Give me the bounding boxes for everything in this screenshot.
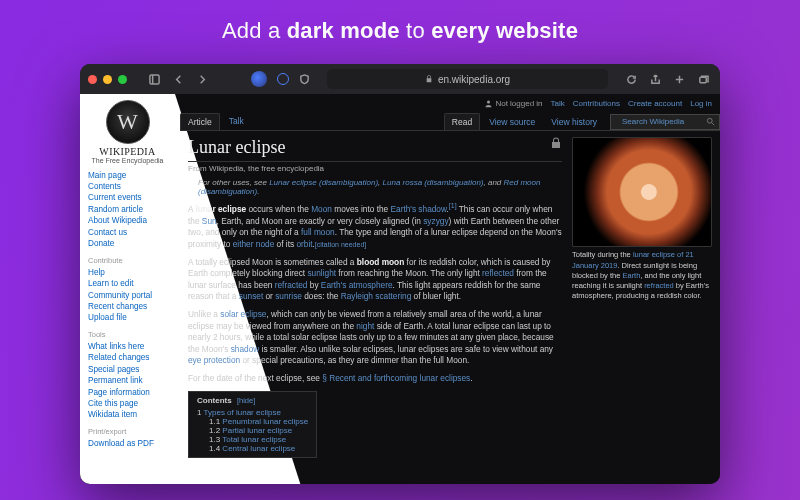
tab-view-history[interactable]: View history xyxy=(544,114,604,130)
sidebar-link[interactable]: Current events xyxy=(88,193,167,204)
reference-link[interactable]: [1] xyxy=(449,202,457,209)
wikilink[interactable]: Earth's shadow xyxy=(391,204,447,214)
hatnote: For other uses, see Lunar eclipse (disam… xyxy=(188,178,562,196)
wikilink[interactable]: eye protection xyxy=(188,355,240,365)
wikilink[interactable]: Sun xyxy=(202,216,217,226)
sidebar-link[interactable]: Special pages xyxy=(88,364,167,375)
sidebar-toggle-button[interactable] xyxy=(145,70,163,88)
tab-read[interactable]: Read xyxy=(444,113,480,130)
wikilink[interactable]: Rayleigh scattering xyxy=(341,291,412,301)
protection-lock-icon[interactable] xyxy=(550,137,562,149)
wikilink[interactable]: refracted xyxy=(275,280,308,290)
toc-box: Contents [hide] 1 Types of lunar eclipse… xyxy=(188,391,317,458)
sidebar-link[interactable]: Main page xyxy=(88,170,167,181)
create-account-link[interactable]: Create account xyxy=(628,99,682,108)
close-window-icon[interactable] xyxy=(88,75,97,84)
wiki-content: Not logged in Talk Contributions Create … xyxy=(180,94,720,484)
wikilink[interactable]: § Recent and forthcoming lunar eclipses xyxy=(322,373,470,383)
sidebar-link[interactable]: Cite this page xyxy=(88,398,167,409)
contributions-link[interactable]: Contributions xyxy=(573,99,620,108)
sidebar-heading: Contribute xyxy=(88,256,167,265)
wikilink[interactable]: sunlight xyxy=(307,268,336,278)
svg-rect-4 xyxy=(699,77,705,83)
infobox-image[interactable] xyxy=(572,137,712,247)
wiki-sidebar: WIKIPEDIA The Free Encyclopedia Main pag… xyxy=(80,94,175,484)
back-button[interactable] xyxy=(169,70,187,88)
wikilink[interactable]: either node xyxy=(233,239,275,249)
svg-rect-0 xyxy=(149,74,158,83)
tab-view-source[interactable]: View source xyxy=(482,114,542,130)
wikilink[interactable]: orbit xyxy=(296,239,312,249)
toc-toggle[interactable]: [hide] xyxy=(237,396,255,405)
toc-link[interactable]: Penumbral lunar eclipse xyxy=(222,417,308,426)
address-bar[interactable]: en.wikipedia.org xyxy=(327,69,608,89)
shield-icon[interactable] xyxy=(295,70,313,88)
wikilink[interactable]: full moon xyxy=(301,227,335,237)
sidebar-link[interactable]: Wikidata item xyxy=(88,410,167,421)
hatnote-link[interactable]: Luna rossa (disambiguation) xyxy=(383,178,484,187)
maximize-window-icon[interactable] xyxy=(118,75,127,84)
reload-button[interactable] xyxy=(622,70,640,88)
extension-icon[interactable] xyxy=(251,71,267,87)
sidebar-link[interactable]: Upload file xyxy=(88,313,167,324)
wikilink[interactable]: Moon xyxy=(311,204,332,214)
sidebar-heading: Tools xyxy=(88,330,167,339)
infobox: Totality during the lunar eclipse of 21 … xyxy=(572,137,712,457)
sidebar-link[interactable]: Random article xyxy=(88,204,167,215)
article-paragraph: A lunar eclipse occurs when the Moon mov… xyxy=(188,201,562,250)
toc-link[interactable]: Total lunar eclipse xyxy=(222,435,286,444)
wikilink[interactable]: sunset xyxy=(239,291,263,301)
sidebar-link[interactable]: About Wikipedia xyxy=(88,216,167,227)
user-icon xyxy=(484,99,493,108)
toc-link[interactable]: Partial lunar eclipse xyxy=(222,426,292,435)
personal-tools: Not logged in Talk Contributions Create … xyxy=(180,94,720,113)
wikilink[interactable]: night xyxy=(356,321,374,331)
infobox-caption: Totality during the lunar eclipse of 21 … xyxy=(572,250,712,301)
wiki-logo[interactable]: WIKIPEDIA The Free Encyclopedia xyxy=(88,100,167,164)
svg-point-5 xyxy=(707,119,712,124)
wikilink[interactable]: solar eclipse xyxy=(220,309,266,319)
sidebar-link[interactable]: Contents xyxy=(88,181,167,192)
sidebar-link[interactable]: Recent changes xyxy=(88,301,167,312)
login-link[interactable]: Log in xyxy=(690,99,712,108)
wikilink[interactable]: reflected xyxy=(482,268,514,278)
talk-link[interactable]: Talk xyxy=(551,99,565,108)
sidebar-link[interactable]: Page information xyxy=(88,387,167,398)
wikilink[interactable]: Earth's atmosphere xyxy=(321,280,393,290)
sidebar-link[interactable]: What links here xyxy=(88,341,167,352)
article-paragraph: For the date of the next eclipse, see § … xyxy=(188,373,562,385)
tab-talk[interactable]: Talk xyxy=(222,113,251,130)
article-subtitle: From Wikipedia, the free encyclopedia xyxy=(188,164,562,173)
sidebar-heading: Print/export xyxy=(88,427,167,436)
wikilink[interactable]: syzygy xyxy=(423,216,448,226)
sidebar-link[interactable]: Learn to edit xyxy=(88,279,167,290)
minimize-window-icon[interactable] xyxy=(103,75,112,84)
search-input[interactable]: Search Wikipedia xyxy=(610,114,720,130)
toc-link[interactable]: Types of lunar eclipse xyxy=(204,408,281,417)
sidebar-link[interactable]: Permanent link xyxy=(88,376,167,387)
toc-link[interactable]: Central lunar eclipse xyxy=(222,444,295,453)
not-logged-in-label: Not logged in xyxy=(495,99,542,108)
new-tab-button[interactable] xyxy=(670,70,688,88)
svg-line-6 xyxy=(712,123,715,126)
hatnote-link[interactable]: Lunar eclipse (disambiguation) xyxy=(269,178,378,187)
sidebar-link[interactable]: Related changes xyxy=(88,353,167,364)
promo-headline: Add a dark mode to every website xyxy=(0,0,800,44)
sidebar-link[interactable]: Community portal xyxy=(88,290,167,301)
wikilink[interactable]: sunrise xyxy=(275,291,302,301)
sidebar-link[interactable]: Donate xyxy=(88,239,167,250)
wikilink[interactable]: refracted xyxy=(644,281,674,290)
sidebar-link[interactable]: Contact us xyxy=(88,227,167,238)
forward-button[interactable] xyxy=(193,70,211,88)
tab-article[interactable]: Article xyxy=(180,113,220,130)
extension-indicator-icon[interactable] xyxy=(277,73,289,85)
wikipedia-page: WIKIPEDIA The Free Encyclopedia Main pag… xyxy=(80,94,720,484)
wikilink[interactable]: Earth xyxy=(622,271,640,280)
share-button[interactable] xyxy=(646,70,664,88)
sidebar-link[interactable]: Download as PDF xyxy=(88,438,167,449)
sidebar-link[interactable]: Help xyxy=(88,267,167,278)
wikilink[interactable]: shadow xyxy=(231,344,260,354)
tabs-button[interactable] xyxy=(694,70,712,88)
url-host: en.wikipedia.org xyxy=(438,74,510,85)
citation-needed-link[interactable]: [citation needed] xyxy=(315,241,366,248)
